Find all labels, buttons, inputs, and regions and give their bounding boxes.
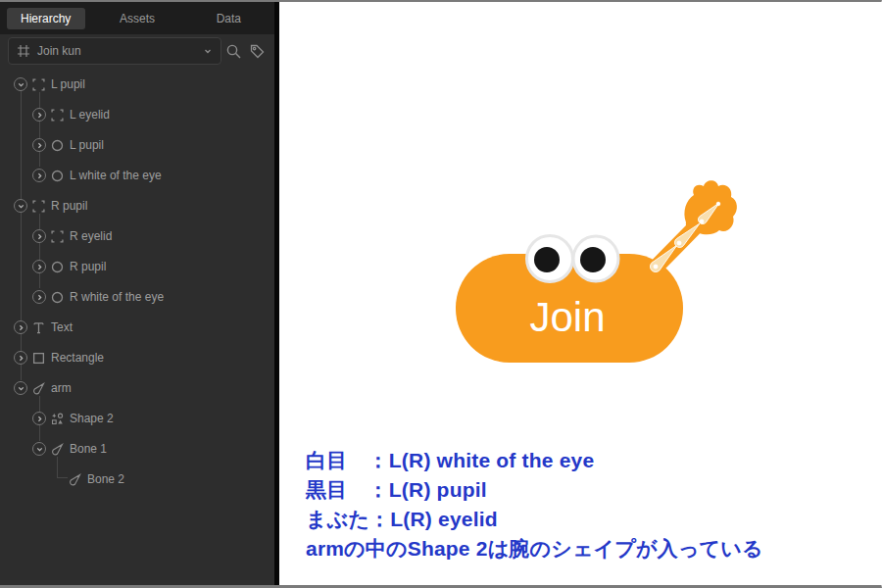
bone-joint[interactable]: [716, 202, 720, 206]
tab-assets[interactable]: Assets: [91, 2, 182, 34]
character-hand[interactable]: [684, 180, 737, 234]
tree-row-l-pupil[interactable]: L pupil: [0, 70, 274, 99]
tree-row-shape-2[interactable]: Shape 2: [0, 404, 274, 433]
bone-joint[interactable]: [677, 241, 681, 245]
tree-row-l-white-of-the-eye[interactable]: L white of the eye: [0, 161, 274, 190]
artboard-name: Join kun: [37, 44, 203, 58]
tab-hierarchy-label: Hierarchy: [7, 8, 85, 29]
expand-chevron-icon[interactable]: [32, 260, 46, 273]
artboard-icon: [17, 44, 30, 58]
tree-row-arm[interactable]: arm: [0, 373, 274, 403]
tab-assets-label: Assets: [98, 8, 176, 29]
bone-icon: [31, 381, 46, 396]
tab-data[interactable]: Data: [183, 2, 274, 34]
tag-icon[interactable]: [249, 43, 266, 60]
text-icon: [31, 320, 46, 335]
tree-row-r-white-of-the-eye[interactable]: R white of the eye: [0, 282, 274, 312]
panel-tabs: Hierarchy Assets Data: [0, 2, 274, 34]
left-eye-pupil[interactable]: [534, 247, 560, 272]
tree-row-r-pupil[interactable]: R pupil: [0, 252, 274, 281]
expand-chevron-icon[interactable]: [14, 77, 27, 91]
ellipse-icon: [50, 169, 65, 183]
expand-chevron-icon[interactable]: [32, 169, 46, 182]
bone-joint[interactable]: [654, 265, 658, 269]
tree-row-text[interactable]: Text: [0, 313, 274, 342]
expand-chevron-icon[interactable]: [32, 229, 46, 243]
shapes-icon: [50, 412, 65, 426]
artboard-dropdown[interactable]: Join kun: [8, 37, 221, 65]
ellipse-icon: [50, 290, 65, 305]
expand-chevron-icon[interactable]: [14, 320, 27, 334]
tree-row-rectangle[interactable]: Rectangle: [0, 343, 274, 372]
annotation-line: 白目 ：L(R) white of the eye: [306, 446, 763, 475]
annotation-line: 黒目 ：L(R) pupil: [306, 475, 763, 505]
expand-chevron-icon[interactable]: [32, 108, 46, 122]
expand-chevron-icon: [50, 472, 64, 486]
expand-chevron-icon[interactable]: [14, 381, 27, 395]
tab-hierarchy[interactable]: Hierarchy: [0, 2, 91, 34]
ellipse-icon: [50, 260, 65, 274]
rectangle-icon: [31, 351, 46, 366]
tree-row-bone-2[interactable]: Bone 2: [0, 465, 274, 494]
bone-icon: [50, 442, 65, 457]
expand-chevron-icon[interactable]: [32, 138, 46, 152]
search-icon[interactable]: [225, 43, 242, 60]
tree-row-bone-1[interactable]: Bone 1: [0, 434, 274, 464]
expand-chevron-icon[interactable]: [32, 442, 46, 456]
group-icon: [50, 229, 65, 244]
stage-canvas[interactable]: Join 白目 ：L(R) white of the eye黒目 ：L(R) p…: [279, 2, 882, 585]
expand-chevron-icon[interactable]: [32, 290, 46, 304]
bone-icon: [68, 472, 82, 487]
ellipse-icon: [50, 138, 65, 153]
expand-chevron-icon[interactable]: [14, 199, 27, 213]
hierarchy-panel: Hierarchy Assets Data Join kun: [0, 2, 274, 585]
group-icon: [31, 199, 46, 214]
tab-data-label: Data: [189, 8, 268, 29]
app-window: Hierarchy Assets Data Join kun: [0, 0, 882, 588]
right-eye-pupil[interactable]: [580, 247, 606, 272]
annotation-text: 白目 ：L(R) white of the eye黒目 ：L(R) pupilま…: [306, 446, 763, 564]
tree-row-r-pupil[interactable]: R pupil: [0, 191, 274, 220]
expand-chevron-icon[interactable]: [32, 412, 46, 425]
artboard-selector-row: Join kun: [0, 37, 274, 65]
bone-joint[interactable]: [700, 220, 704, 223]
tree-row-r-eyelid[interactable]: R eyelid: [0, 221, 274, 251]
chevron-down-icon: [203, 46, 213, 56]
annotation-line: まぶた：L(R) eyelid: [306, 505, 763, 534]
tree-row-l-eyelid[interactable]: L eyelid: [0, 100, 274, 129]
character-text[interactable]: Join: [529, 294, 605, 340]
hierarchy-tree: L pupil L eyelid L pupil L white of the …: [0, 65, 274, 585]
annotation-line: armの中のShape 2は腕のシェイプが入っている: [306, 534, 763, 564]
expand-chevron-icon[interactable]: [14, 351, 27, 365]
group-icon: [31, 77, 46, 92]
tree-row-l-pupil[interactable]: L pupil: [0, 130, 274, 160]
group-icon: [50, 108, 65, 122]
